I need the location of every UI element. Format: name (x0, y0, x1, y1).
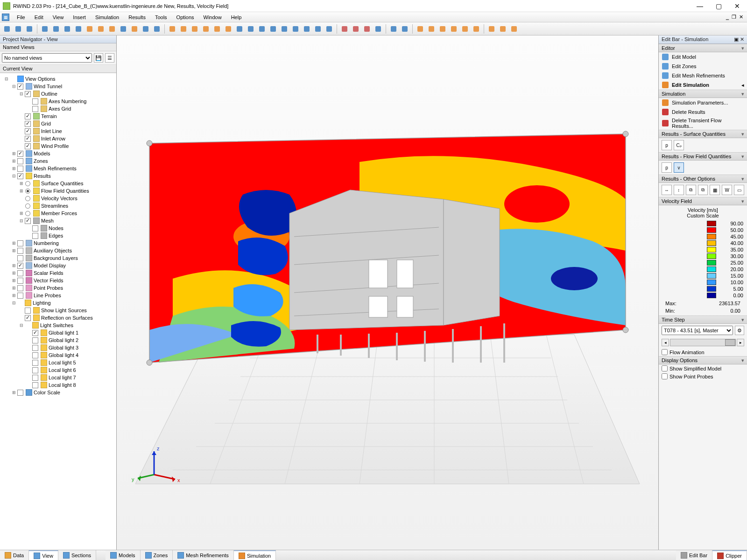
menu-file[interactable]: File (12, 14, 30, 21)
toolbar-button-48[interactable] (498, 24, 508, 34)
other-option-button[interactable]: ⧉ (698, 185, 708, 195)
toolbar-button-43[interactable] (449, 24, 459, 34)
maximize-button[interactable]: ▢ (713, 2, 724, 10)
tree-item[interactable]: ⊟Light Switches (1, 322, 115, 329)
quantity-button[interactable]: Cₚ (674, 140, 684, 150)
toolbar-button-6[interactable] (62, 24, 72, 34)
toolbar-button-5[interactable] (51, 24, 61, 34)
editor-item[interactable]: Edit Mesh Refinements (659, 71, 747, 80)
time-step-settings-icon[interactable]: ⚙ (735, 326, 744, 335)
tree-item[interactable]: ⊞Mesh Refinements (1, 165, 115, 172)
tree-item[interactable]: Streamlines (1, 202, 115, 210)
toolbar-button-8[interactable] (85, 24, 95, 34)
editor-item[interactable]: Edit Simulation◂ (659, 80, 747, 90)
tree-item[interactable]: Nodes (1, 224, 115, 232)
menu-insert[interactable]: Insert (68, 14, 91, 21)
mdi-restore-icon[interactable]: ❐ (732, 14, 736, 20)
tree-item[interactable]: Velocity Vectors (1, 195, 115, 202)
simulation-item[interactable]: Delete Transient Flow Results... (659, 117, 747, 130)
toolbar-button-12[interactable] (129, 24, 140, 34)
tree-item[interactable]: Global light 3 (1, 344, 115, 351)
menu-simulation[interactable]: Simulation (91, 14, 124, 21)
surface-quantities-header[interactable]: Results - Surface Quantities▾ (659, 130, 747, 138)
show-simplified-checkbox[interactable] (662, 365, 668, 371)
toolbar-button-1[interactable] (13, 24, 23, 34)
tree-item[interactable]: ⊞Models (1, 150, 115, 157)
tree-item[interactable]: Local light 5 (1, 359, 115, 366)
time-step-combo[interactable]: T078 - 43.51 [s], Master (662, 326, 733, 335)
bottom-tab[interactable]: Edit Bar (676, 550, 712, 560)
toolbar-button-2[interactable] (24, 24, 35, 34)
view-tree[interactable]: ⊟View Options⊟Wind Tunnel⊟OutlineAxes Nu… (0, 73, 116, 550)
tree-item[interactable]: ⊞Vector Fields (1, 277, 115, 284)
menu-tools[interactable]: Tools (150, 14, 172, 21)
toolbar-button-22[interactable] (234, 24, 245, 34)
close-button[interactable]: ✕ (732, 2, 742, 10)
tree-item[interactable]: ⊞Numbering (1, 239, 115, 247)
other-option-button[interactable]: ⧉ (686, 185, 696, 195)
tree-item[interactable]: Edges (1, 232, 115, 239)
editor-item[interactable]: Edit Model (659, 52, 747, 62)
toolbar-button-18[interactable] (190, 24, 200, 34)
tree-item[interactable]: ⊞Scalar Fields (1, 269, 115, 277)
toolbar-button-17[interactable] (178, 24, 189, 34)
other-option-button[interactable]: ▭ (734, 185, 744, 195)
toolbar-button-16[interactable] (167, 24, 177, 34)
menu-help[interactable]: Help (226, 14, 247, 21)
tree-item[interactable]: Reflection on Surfaces (1, 314, 115, 322)
tree-item[interactable]: ⊟Mesh (1, 217, 115, 224)
other-option-button[interactable]: W (722, 185, 732, 195)
editor-item[interactable]: Edit Zones (659, 62, 747, 71)
tree-item[interactable]: Global light 2 (1, 336, 115, 344)
toolbar-button-34[interactable] (362, 24, 372, 34)
toolbar-button-23[interactable] (246, 24, 256, 34)
time-step-header[interactable]: Time Step▾ (659, 315, 747, 324)
tree-item[interactable]: ⊞Line Probes (1, 292, 115, 299)
toolbar-button-32[interactable] (339, 24, 350, 34)
tree-item[interactable]: ⊟Results (1, 172, 115, 180)
simulation-item[interactable]: Delete Results (659, 107, 747, 117)
toolbar-button-27[interactable] (290, 24, 301, 34)
toolbar-button-29[interactable] (313, 24, 323, 34)
minimize-button[interactable]: — (695, 2, 705, 10)
simulation-item[interactable]: Simulation Parameters... (659, 98, 747, 107)
bottom-tab[interactable]: Mesh Refinements (173, 550, 234, 560)
tree-item[interactable]: Local light 8 (1, 381, 115, 389)
tree-item[interactable]: Global light 1 (1, 329, 115, 336)
tree-item[interactable]: ⊞Color Scale (1, 389, 115, 396)
model-viewport[interactable]: x y z (117, 35, 658, 550)
tree-item[interactable]: ⊞Zones (1, 157, 115, 165)
toolbar-button-21[interactable] (223, 24, 233, 34)
toolbar-button-41[interactable] (426, 24, 437, 34)
toolbar-button-24[interactable] (257, 24, 267, 34)
tree-item[interactable]: Axes Numbering (1, 98, 115, 105)
bottom-tab[interactable]: Zones (141, 550, 173, 560)
tree-item[interactable]: Inlet Line (1, 127, 115, 135)
mdi-minimize-icon[interactable]: ‗ (726, 14, 729, 20)
toolbar-button-4[interactable] (40, 24, 50, 34)
tree-item[interactable]: ⊟Lighting (1, 299, 115, 307)
tree-item[interactable]: ⊟Wind Tunnel (1, 83, 115, 90)
tree-item[interactable]: ⊞Surface Quantities (1, 180, 115, 187)
quantity-button[interactable]: p (662, 140, 672, 150)
toolbar-button-19[interactable] (201, 24, 211, 34)
mdi-close-icon[interactable]: ✕ (739, 14, 743, 20)
toolbar-button-28[interactable] (302, 24, 312, 34)
other-option-button[interactable]: ↕ (674, 185, 684, 195)
toolbar-button-0[interactable] (2, 24, 12, 34)
toolbar-button-9[interactable] (96, 24, 106, 34)
named-views-manage-icon[interactable]: ☰ (105, 53, 114, 63)
bottom-tab[interactable]: Sections (58, 550, 96, 560)
toolbar-button-38[interactable] (400, 24, 410, 34)
toolbar-button-33[interactable] (351, 24, 361, 34)
menu-options[interactable]: Options (172, 14, 199, 21)
named-views-save-icon[interactable]: 💾 (94, 53, 103, 63)
toolbar-button-11[interactable] (118, 24, 128, 34)
other-option-button[interactable]: ↔ (662, 185, 672, 195)
tree-item[interactable]: Wind Profile (1, 142, 115, 150)
bottom-tab[interactable]: Simulation (234, 550, 276, 560)
show-probes-checkbox[interactable] (662, 373, 668, 379)
tree-item[interactable]: ⊞Model Display (1, 262, 115, 269)
tree-item[interactable]: ⊞Auxiliary Objects (1, 247, 115, 254)
tree-item[interactable]: Axes Grid (1, 105, 115, 112)
